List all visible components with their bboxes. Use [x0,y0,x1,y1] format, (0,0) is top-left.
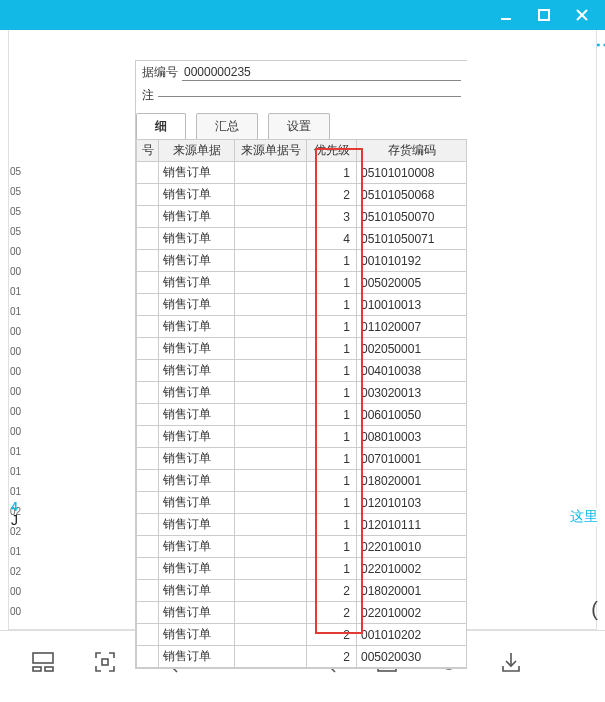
cell-source-doc: 销售订单 [159,162,235,184]
tab-detail[interactable]: 细 [136,113,186,139]
table-row[interactable]: 销售订单2022010002 [137,602,467,624]
download-button[interactable] [498,649,524,675]
svg-rect-1 [539,10,549,20]
cell-rownum [137,206,159,228]
table-row[interactable]: 销售订单1011020007 [137,316,467,338]
table-row[interactable]: 销售订单1012010103 [137,492,467,514]
cell-source-docno [235,558,307,580]
cell-source-doc: 销售订单 [159,646,235,668]
cell-priority: 1 [307,558,357,580]
cell-inventory-code: 018020001 [357,580,467,602]
cell-inventory-code: 006010050 [357,404,467,426]
table-row[interactable]: 销售订单105101010008 [137,162,467,184]
cell-priority: 1 [307,338,357,360]
cell-rownum [137,558,159,580]
table-row[interactable]: 销售订单2018020001 [137,580,467,602]
tab-settings[interactable]: 设置 [268,113,330,139]
cell-inventory-code: 012010103 [357,492,467,514]
left-fragment: 05 [9,202,25,222]
maximize-button[interactable] [525,1,563,29]
table-row[interactable]: 销售订单1002050001 [137,338,467,360]
data-grid[interactable]: 号 来源单据 来源单据号 优先级 存货编码 销售订单105101010008销售… [136,139,467,668]
cell-inventory-code: 018020001 [357,470,467,492]
tab-summary[interactable]: 汇总 [196,113,258,139]
cell-inventory-code: 05101050071 [357,228,467,250]
cell-rownum [137,184,159,206]
cell-rownum [137,426,159,448]
col-rownum[interactable]: 号 [137,140,159,162]
col-source-docno[interactable]: 来源单据号 [235,140,307,162]
table-row[interactable]: 销售订单1018020001 [137,470,467,492]
cell-rownum [137,492,159,514]
svg-rect-6 [45,667,53,671]
table-row[interactable]: 销售订单1010010013 [137,294,467,316]
left-row-fragments: 0505050500000101000000000000010101020201… [9,162,25,622]
cell-inventory-code: 010010013 [357,294,467,316]
table-row[interactable]: 销售订单305101050070 [137,206,467,228]
cell-source-doc: 销售订单 [159,470,235,492]
cell-rownum [137,404,159,426]
cell-source-docno [235,382,307,404]
window-titlebar [0,0,605,30]
cell-rownum [137,536,159,558]
table-row[interactable]: 销售订单1022010010 [137,536,467,558]
cell-priority: 2 [307,624,357,646]
cell-rownum [137,228,159,250]
table-row[interactable]: 销售订单2005020030 [137,646,467,668]
cell-rownum [137,514,159,536]
left-fragment: 00 [9,382,25,402]
left-fragment: 00 [9,602,25,622]
cell-source-docno [235,602,307,624]
table-row[interactable]: 销售订单1007010001 [137,448,467,470]
cell-source-doc: 销售订单 [159,602,235,624]
table-row[interactable]: 销售订单205101050068 [137,184,467,206]
cell-source-docno [235,624,307,646]
table-row[interactable]: 销售订单1001010192 [137,250,467,272]
thumbnails-button[interactable] [30,649,56,675]
cell-rownum [137,272,159,294]
cell-priority: 1 [307,404,357,426]
col-priority[interactable]: 优先级 [307,140,357,162]
cell-source-docno [235,646,307,668]
cell-inventory-code: 005020005 [357,272,467,294]
table-row[interactable]: 销售订单1008010003 [137,426,467,448]
cell-source-docno [235,250,307,272]
cell-rownum [137,580,159,602]
cell-inventory-code: 012010111 [357,514,467,536]
cell-priority: 1 [307,536,357,558]
left-fragment: 00 [9,322,25,342]
cell-rownum [137,382,159,404]
cell-priority: 2 [307,602,357,624]
cell-source-docno [235,162,307,184]
table-row[interactable]: 销售订单1012010111 [137,514,467,536]
cell-source-docno [235,316,307,338]
table-row[interactable]: 销售订单405101050071 [137,228,467,250]
col-inventory-code[interactable]: 存货编码 [357,140,467,162]
cell-source-docno [235,536,307,558]
table-row[interactable]: 销售订单1006010050 [137,404,467,426]
cell-source-doc: 销售订单 [159,558,235,580]
left-fragment: 00 [9,402,25,422]
cell-source-docno [235,184,307,206]
minimize-button[interactable] [487,1,525,29]
cell-source-doc: 销售订单 [159,514,235,536]
table-row[interactable]: 销售订单1005020005 [137,272,467,294]
table-row[interactable]: 销售订单2001010202 [137,624,467,646]
table-row[interactable]: 销售订单1022010002 [137,558,467,580]
cell-inventory-code: 001010202 [357,624,467,646]
cell-inventory-code: 005020030 [357,646,467,668]
cell-source-docno [235,426,307,448]
cell-source-docno [235,228,307,250]
left-fragment: 00 [9,582,25,602]
col-source-doc[interactable]: 来源单据 [159,140,235,162]
cell-inventory-code: 004010038 [357,360,467,382]
left-fragment: 00 [9,242,25,262]
cell-source-docno [235,404,307,426]
cell-inventory-code: 002050001 [357,338,467,360]
cell-rownum [137,250,159,272]
left-fragment: 01 [9,462,25,482]
fit-screen-button[interactable] [92,649,118,675]
close-button[interactable] [563,1,601,29]
table-row[interactable]: 销售订单1004010038 [137,360,467,382]
table-row[interactable]: 销售订单1003020013 [137,382,467,404]
